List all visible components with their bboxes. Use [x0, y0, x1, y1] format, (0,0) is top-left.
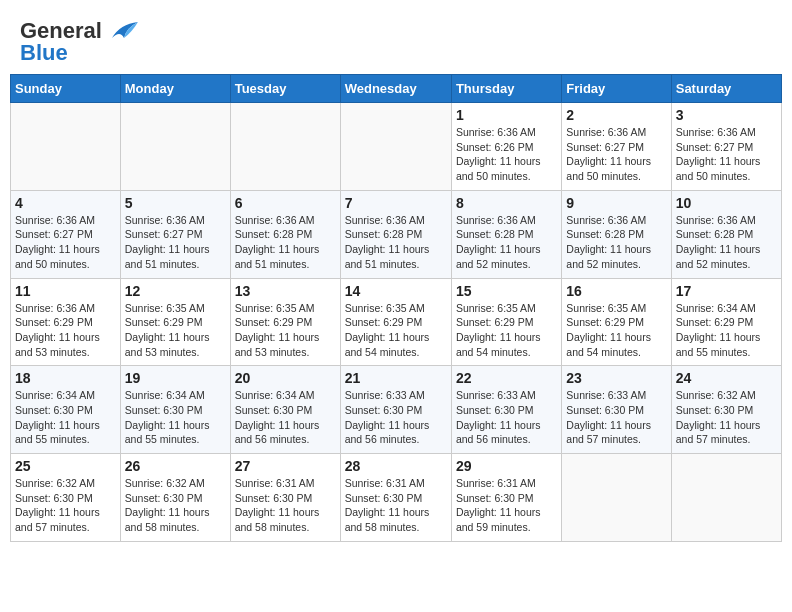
- day-number: 29: [456, 458, 557, 474]
- calendar-cell: 11Sunrise: 6:36 AMSunset: 6:29 PMDayligh…: [11, 278, 121, 366]
- logo-bird-icon: [104, 20, 138, 42]
- day-info: Sunrise: 6:36 AMSunset: 6:27 PMDaylight:…: [125, 213, 226, 272]
- calendar-cell: 5Sunrise: 6:36 AMSunset: 6:27 PMDaylight…: [120, 190, 230, 278]
- day-number: 26: [125, 458, 226, 474]
- calendar-cell: 17Sunrise: 6:34 AMSunset: 6:29 PMDayligh…: [671, 278, 781, 366]
- day-number: 9: [566, 195, 666, 211]
- calendar-body: 1Sunrise: 6:36 AMSunset: 6:26 PMDaylight…: [11, 103, 782, 542]
- calendar-cell: 2Sunrise: 6:36 AMSunset: 6:27 PMDaylight…: [562, 103, 671, 191]
- day-number: 20: [235, 370, 336, 386]
- day-info: Sunrise: 6:36 AMSunset: 6:28 PMDaylight:…: [456, 213, 557, 272]
- weekday-header-wednesday: Wednesday: [340, 75, 451, 103]
- calendar-cell: 19Sunrise: 6:34 AMSunset: 6:30 PMDayligh…: [120, 366, 230, 454]
- day-number: 8: [456, 195, 557, 211]
- day-info: Sunrise: 6:33 AMSunset: 6:30 PMDaylight:…: [456, 388, 557, 447]
- calendar-cell: 9Sunrise: 6:36 AMSunset: 6:28 PMDaylight…: [562, 190, 671, 278]
- day-number: 3: [676, 107, 777, 123]
- header: General Blue: [10, 10, 782, 66]
- day-info: Sunrise: 6:36 AMSunset: 6:26 PMDaylight:…: [456, 125, 557, 184]
- day-info: Sunrise: 6:36 AMSunset: 6:28 PMDaylight:…: [345, 213, 447, 272]
- calendar-cell: 20Sunrise: 6:34 AMSunset: 6:30 PMDayligh…: [230, 366, 340, 454]
- calendar-cell: 22Sunrise: 6:33 AMSunset: 6:30 PMDayligh…: [451, 366, 561, 454]
- day-info: Sunrise: 6:31 AMSunset: 6:30 PMDaylight:…: [345, 476, 447, 535]
- day-info: Sunrise: 6:32 AMSunset: 6:30 PMDaylight:…: [676, 388, 777, 447]
- day-info: Sunrise: 6:31 AMSunset: 6:30 PMDaylight:…: [456, 476, 557, 535]
- calendar-header: SundayMondayTuesdayWednesdayThursdayFrid…: [11, 75, 782, 103]
- calendar-cell: 8Sunrise: 6:36 AMSunset: 6:28 PMDaylight…: [451, 190, 561, 278]
- calendar-cell: 6Sunrise: 6:36 AMSunset: 6:28 PMDaylight…: [230, 190, 340, 278]
- day-info: Sunrise: 6:33 AMSunset: 6:30 PMDaylight:…: [345, 388, 447, 447]
- day-info: Sunrise: 6:35 AMSunset: 6:29 PMDaylight:…: [345, 301, 447, 360]
- calendar-cell: 21Sunrise: 6:33 AMSunset: 6:30 PMDayligh…: [340, 366, 451, 454]
- calendar-cell: 4Sunrise: 6:36 AMSunset: 6:27 PMDaylight…: [11, 190, 121, 278]
- weekday-header-saturday: Saturday: [671, 75, 781, 103]
- day-info: Sunrise: 6:31 AMSunset: 6:30 PMDaylight:…: [235, 476, 336, 535]
- day-number: 25: [15, 458, 116, 474]
- day-info: Sunrise: 6:35 AMSunset: 6:29 PMDaylight:…: [235, 301, 336, 360]
- day-number: 23: [566, 370, 666, 386]
- day-info: Sunrise: 6:36 AMSunset: 6:27 PMDaylight:…: [676, 125, 777, 184]
- day-number: 10: [676, 195, 777, 211]
- calendar-cell: 3Sunrise: 6:36 AMSunset: 6:27 PMDaylight…: [671, 103, 781, 191]
- day-number: 12: [125, 283, 226, 299]
- calendar-cell: [11, 103, 121, 191]
- day-info: Sunrise: 6:36 AMSunset: 6:27 PMDaylight:…: [566, 125, 666, 184]
- day-number: 7: [345, 195, 447, 211]
- day-info: Sunrise: 6:33 AMSunset: 6:30 PMDaylight:…: [566, 388, 666, 447]
- calendar-cell: 15Sunrise: 6:35 AMSunset: 6:29 PMDayligh…: [451, 278, 561, 366]
- day-number: 21: [345, 370, 447, 386]
- weekday-header-sunday: Sunday: [11, 75, 121, 103]
- weekday-header-monday: Monday: [120, 75, 230, 103]
- calendar-cell: 27Sunrise: 6:31 AMSunset: 6:30 PMDayligh…: [230, 454, 340, 542]
- weekday-header-friday: Friday: [562, 75, 671, 103]
- calendar-cell: 14Sunrise: 6:35 AMSunset: 6:29 PMDayligh…: [340, 278, 451, 366]
- day-info: Sunrise: 6:32 AMSunset: 6:30 PMDaylight:…: [15, 476, 116, 535]
- calendar-cell: 16Sunrise: 6:35 AMSunset: 6:29 PMDayligh…: [562, 278, 671, 366]
- day-number: 27: [235, 458, 336, 474]
- day-number: 14: [345, 283, 447, 299]
- day-number: 28: [345, 458, 447, 474]
- calendar-cell: 1Sunrise: 6:36 AMSunset: 6:26 PMDaylight…: [451, 103, 561, 191]
- calendar-cell: [340, 103, 451, 191]
- calendar-cell: 28Sunrise: 6:31 AMSunset: 6:30 PMDayligh…: [340, 454, 451, 542]
- day-number: 11: [15, 283, 116, 299]
- day-number: 19: [125, 370, 226, 386]
- day-info: Sunrise: 6:34 AMSunset: 6:29 PMDaylight:…: [676, 301, 777, 360]
- day-info: Sunrise: 6:35 AMSunset: 6:29 PMDaylight:…: [456, 301, 557, 360]
- calendar-week-5: 25Sunrise: 6:32 AMSunset: 6:30 PMDayligh…: [11, 454, 782, 542]
- calendar-week-2: 4Sunrise: 6:36 AMSunset: 6:27 PMDaylight…: [11, 190, 782, 278]
- calendar-cell: 29Sunrise: 6:31 AMSunset: 6:30 PMDayligh…: [451, 454, 561, 542]
- day-number: 6: [235, 195, 336, 211]
- day-info: Sunrise: 6:36 AMSunset: 6:28 PMDaylight:…: [235, 213, 336, 272]
- calendar-week-3: 11Sunrise: 6:36 AMSunset: 6:29 PMDayligh…: [11, 278, 782, 366]
- calendar-cell: 25Sunrise: 6:32 AMSunset: 6:30 PMDayligh…: [11, 454, 121, 542]
- day-info: Sunrise: 6:34 AMSunset: 6:30 PMDaylight:…: [15, 388, 116, 447]
- calendar-cell: [562, 454, 671, 542]
- calendar-cell: 18Sunrise: 6:34 AMSunset: 6:30 PMDayligh…: [11, 366, 121, 454]
- day-info: Sunrise: 6:34 AMSunset: 6:30 PMDaylight:…: [125, 388, 226, 447]
- day-info: Sunrise: 6:32 AMSunset: 6:30 PMDaylight:…: [125, 476, 226, 535]
- day-number: 2: [566, 107, 666, 123]
- day-number: 5: [125, 195, 226, 211]
- calendar-cell: [230, 103, 340, 191]
- day-info: Sunrise: 6:36 AMSunset: 6:28 PMDaylight:…: [676, 213, 777, 272]
- calendar-cell: [120, 103, 230, 191]
- day-info: Sunrise: 6:36 AMSunset: 6:28 PMDaylight:…: [566, 213, 666, 272]
- weekday-header-tuesday: Tuesday: [230, 75, 340, 103]
- day-info: Sunrise: 6:35 AMSunset: 6:29 PMDaylight:…: [125, 301, 226, 360]
- logo: General Blue: [20, 18, 138, 66]
- calendar-cell: 10Sunrise: 6:36 AMSunset: 6:28 PMDayligh…: [671, 190, 781, 278]
- calendar-week-4: 18Sunrise: 6:34 AMSunset: 6:30 PMDayligh…: [11, 366, 782, 454]
- calendar-cell: 24Sunrise: 6:32 AMSunset: 6:30 PMDayligh…: [671, 366, 781, 454]
- calendar-cell: 7Sunrise: 6:36 AMSunset: 6:28 PMDaylight…: [340, 190, 451, 278]
- day-number: 17: [676, 283, 777, 299]
- calendar-cell: 23Sunrise: 6:33 AMSunset: 6:30 PMDayligh…: [562, 366, 671, 454]
- calendar-cell: [671, 454, 781, 542]
- day-number: 4: [15, 195, 116, 211]
- day-number: 22: [456, 370, 557, 386]
- calendar-cell: 13Sunrise: 6:35 AMSunset: 6:29 PMDayligh…: [230, 278, 340, 366]
- day-number: 16: [566, 283, 666, 299]
- weekday-header-row: SundayMondayTuesdayWednesdayThursdayFrid…: [11, 75, 782, 103]
- day-info: Sunrise: 6:34 AMSunset: 6:30 PMDaylight:…: [235, 388, 336, 447]
- day-info: Sunrise: 6:36 AMSunset: 6:29 PMDaylight:…: [15, 301, 116, 360]
